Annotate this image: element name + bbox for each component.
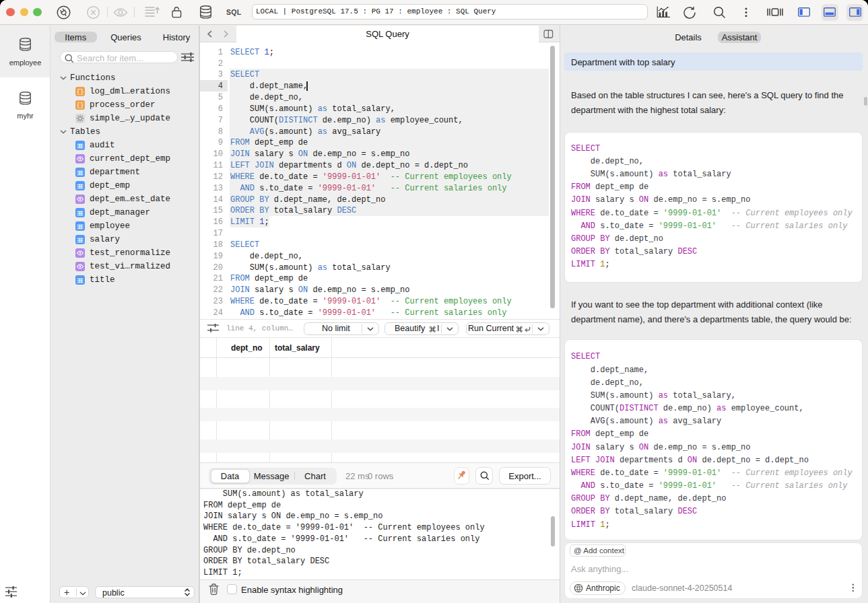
svg-text:{}: {} <box>77 102 84 109</box>
svg-text:{}: {} <box>77 89 84 96</box>
